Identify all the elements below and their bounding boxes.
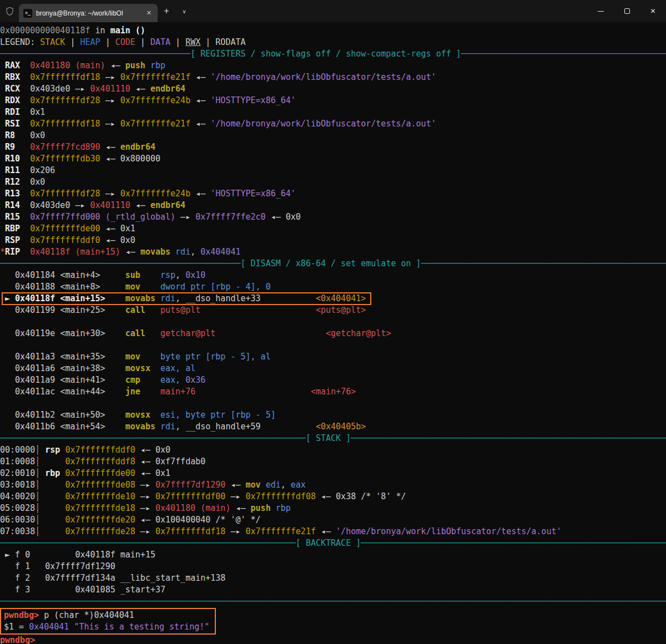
backtrace-separator: ────────────────────────────────────────… xyxy=(0,537,666,549)
stack-line: 03:0018│ 0x7fffffffde08 —▸ 0x7ffff7df129… xyxy=(0,479,666,491)
terminal-text: 03:0018 xyxy=(0,480,35,490)
terminal-text xyxy=(0,189,5,199)
terminal-text: <main+15> xyxy=(60,293,105,303)
terminal-text: 0x7ffff7df1290 xyxy=(155,480,225,490)
terminal-text: —▸ xyxy=(100,95,120,105)
terminal-text: 0x7ffff7fcd890 xyxy=(30,142,100,152)
maximize-button[interactable] xyxy=(614,0,640,22)
terminal-text: | xyxy=(135,37,150,47)
terminal-text xyxy=(20,212,30,222)
terminal-text: │ xyxy=(35,480,40,490)
terminal-text: 0x0 xyxy=(30,177,45,187)
terminal-text: sub xyxy=(125,270,140,280)
terminal-text xyxy=(155,422,160,432)
register-rip: *RIP 0x40118f (main+15) ◂— movabs rdi, 0… xyxy=(0,246,666,258)
terminal-text: mov xyxy=(125,352,140,362)
terminal-text: ◂— xyxy=(100,224,120,234)
terminal-text: [ DISASM / x86-64 / set emulate on ] xyxy=(240,258,421,268)
terminal-viewport[interactable]: 0x000000000040118f in main ()LEGEND: STA… xyxy=(0,22,666,644)
terminal-text: main+76 xyxy=(160,387,195,397)
register-rdi: RDI 0x1 xyxy=(0,107,666,118)
terminal-text xyxy=(30,573,45,583)
terminal-text xyxy=(0,72,5,82)
terminal-text: <main+44> xyxy=(60,387,105,397)
terminal-text: ────────────────────────────────────────… xyxy=(0,433,306,443)
terminal-text xyxy=(10,550,15,560)
terminal-text: 0x7ffff7df134a xyxy=(45,573,115,583)
terminal-text: ◂— xyxy=(230,503,250,513)
terminal-window: { "window": { "tab_title": "bronya@Brony… xyxy=(0,0,666,644)
terminal-text: RSI xyxy=(5,119,20,129)
terminal-text: ────────────────────────────────────── xyxy=(0,49,190,59)
terminal-text: —▸ xyxy=(225,526,245,536)
terminal-text xyxy=(0,328,15,338)
terminal-text xyxy=(20,60,30,70)
register-rdx: RDX 0x7fffffffdf28 —▸ 0x7fffffffe24b ◂— … xyxy=(0,95,666,107)
terminal-text xyxy=(20,177,30,187)
terminal-text: jne xyxy=(125,387,140,397)
tab-dropdown-chevron-icon[interactable]: ∨ xyxy=(175,8,193,14)
terminal-text: ◂— xyxy=(135,457,155,466)
close-button[interactable]: ✕ xyxy=(640,0,666,22)
result-lhs: $1 = xyxy=(4,622,29,632)
terminal-text: 0x7fffffffdf00 xyxy=(155,491,225,501)
legend-line: LEGEND: STACK | HEAP | CODE | DATA | RWX… xyxy=(0,37,666,48)
terminal-text xyxy=(15,142,30,152)
terminal-text: 0x10 xyxy=(185,270,205,280)
backtrace-frame: f 1 0x7ffff7df1290 xyxy=(0,561,666,572)
stack-line: 04:0020│ 0x7fffffffde10 —▸ 0x7fffffffdf0… xyxy=(0,491,666,503)
terminal-text: movabs xyxy=(125,422,155,432)
terminal-text: 0x1 xyxy=(155,468,170,478)
tab-title: bronya@Bronya: ~/work/libOl xyxy=(36,9,141,17)
terminal-text: __dso_handle+59 xyxy=(185,422,260,432)
terminal-text: │ xyxy=(35,515,40,525)
stack-separator: ────────────────────────────────────────… xyxy=(0,433,666,444)
tab-close-icon[interactable]: ✕ xyxy=(145,9,153,17)
terminal-text: [ BACKTRACE ] xyxy=(296,538,361,548)
terminal-text xyxy=(155,293,160,303)
terminal-text: eax xyxy=(291,480,306,490)
terminal-text xyxy=(20,119,30,129)
terminal-text: 0x7fffffffdf18 xyxy=(30,72,100,82)
terminal-text xyxy=(145,328,160,338)
terminal-text: 0x7fffffffe21f xyxy=(246,526,316,536)
terminal-text: <main+76> xyxy=(311,387,356,397)
terminal-text xyxy=(100,270,125,280)
terminal-text xyxy=(0,550,5,560)
terminal-text xyxy=(140,387,160,397)
terminal-text: R14 xyxy=(5,200,20,210)
terminal-text: endbr64 xyxy=(150,200,185,210)
terminal-text: | xyxy=(65,37,80,47)
terminal-text: RBX xyxy=(5,72,20,82)
terminal-text: 01:0008 xyxy=(0,457,35,466)
terminal-text xyxy=(0,387,15,397)
terminal-text: movsx xyxy=(125,363,150,373)
terminal-text: 06:0030 xyxy=(0,515,35,525)
terminal-text: '/home/bronya/work/libObfuscator/tests/a… xyxy=(336,526,561,536)
terminal-text: 0x403de0 xyxy=(30,200,70,210)
terminal-text xyxy=(10,293,15,303)
terminal-text: 04:0020 xyxy=(0,491,35,501)
terminal-text: <main+35> xyxy=(60,352,105,362)
terminal-text xyxy=(140,282,160,292)
pwndbg-prompt: pwndbg> xyxy=(0,635,40,644)
terminal-text xyxy=(0,130,5,140)
bottom-separator: ────────────────────────────────────────… xyxy=(0,596,666,607)
terminal-text: RODATA xyxy=(215,37,245,47)
terminal-text: ◂— xyxy=(130,200,150,210)
terminal-text: 0x7fffffffde00 xyxy=(65,468,135,478)
terminal-text xyxy=(0,352,15,362)
terminal-text: 0x0 xyxy=(120,235,135,245)
terminal-text: 0x7fffffffddf0 xyxy=(30,235,100,245)
terminal-tab[interactable]: >_ bronya@Bronya: ~/work/libOl ✕ xyxy=(19,4,158,22)
prompt-line[interactable]: pwndbg> xyxy=(0,635,666,644)
stack-line: 01:0008│ 0x7fffffffddf8 ◂— 0xf7ffdab0 xyxy=(0,456,666,468)
terminal-text: │ xyxy=(35,526,40,536)
new-tab-button[interactable]: + xyxy=(158,6,175,16)
minimize-button[interactable] xyxy=(588,0,614,22)
admin-shield-icon xyxy=(0,6,19,17)
terminal-text: ◂— xyxy=(135,515,155,525)
terminal-text xyxy=(20,95,30,105)
terminal-text: RDX xyxy=(5,95,20,105)
terminal-text xyxy=(0,107,5,117)
